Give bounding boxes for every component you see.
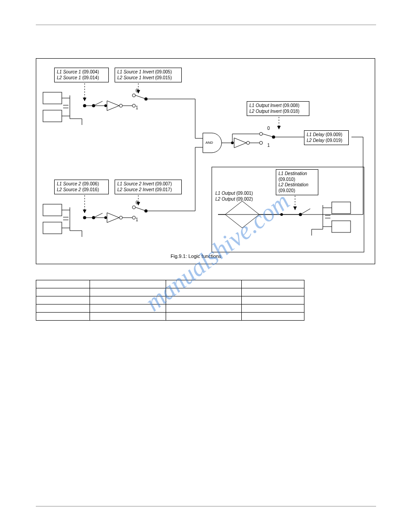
l1-source2-param: (09.006) <box>82 181 99 186</box>
l1-source1-invert-param: (09.005) <box>155 69 172 74</box>
l2-source1-param: (09.014) <box>82 75 99 80</box>
table-cell <box>36 296 90 305</box>
l2-output: L2 Output <box>215 197 235 202</box>
page-frame <box>36 25 376 25</box>
table-cell <box>166 313 242 321</box>
table-cell <box>36 288 90 296</box>
svg-rect-1 <box>43 110 62 122</box>
l2-dest: L2 Destintation <box>278 182 308 187</box>
l1-output-param: (09.001) <box>236 191 253 196</box>
diagram-svg <box>36 59 376 265</box>
table-cell <box>90 288 166 296</box>
l2-source1-invert: L2 Source 1 Invert <box>117 75 154 80</box>
table-row <box>36 296 304 305</box>
l2-source2-invert: L2 Source 2 Invert <box>117 187 154 192</box>
l2-source1-invert-param: (09.015) <box>155 75 172 80</box>
and-gate-label: AND <box>206 141 213 145</box>
l2-output-param: (09.002) <box>236 197 253 202</box>
svg-point-54 <box>260 142 263 145</box>
l1-source2-invert-param: (09.007) <box>155 181 172 186</box>
logic-diagram: L1 Source 1 (09.004) L2 Source 1 (09.014… <box>36 58 375 264</box>
output-label: L1 Output (09.001) L2 Output (09.002) <box>215 191 253 202</box>
svg-point-14 <box>120 104 123 107</box>
table-cell <box>166 288 242 296</box>
svg-line-44 <box>136 207 146 211</box>
table-row <box>36 288 304 296</box>
table-row <box>36 305 304 313</box>
svg-line-36 <box>94 213 103 218</box>
zero-label-1: 0 <box>136 88 138 93</box>
l1-source1-invert: L1 Source 1 Invert <box>117 69 154 74</box>
source2-invert-label-box: L1 Source 2 Invert (09.007) L2 Source 2 … <box>115 180 182 194</box>
table-cell <box>166 296 242 305</box>
l1-source1: L1 Source 1 <box>57 69 81 74</box>
top-rule <box>36 25 376 25</box>
table-cell <box>36 305 90 313</box>
table-cell <box>242 280 304 288</box>
svg-marker-7 <box>83 98 86 101</box>
l1-output-invert: L1 Output Invert <box>249 103 282 108</box>
one-label-3: 1 <box>267 143 270 148</box>
table-row <box>36 313 304 321</box>
source1-invert-label-box: L1 Source 1 Invert (09.005) L2 Source 1 … <box>115 68 182 82</box>
dest-label-box: L1 Destination(09.010) L2 Destintation(0… <box>276 169 318 195</box>
table-cell <box>36 313 90 321</box>
svg-point-38 <box>104 216 107 219</box>
zero-label-3: 0 <box>267 126 270 131</box>
source1-label-box: L1 Source 1 (09.004) L2 Source 1 (09.014… <box>54 68 109 82</box>
table-cell <box>166 305 242 313</box>
svg-rect-0 <box>43 92 62 104</box>
l1-output: L1 Output <box>215 191 235 196</box>
table-cell <box>242 296 304 305</box>
svg-point-52 <box>247 142 250 145</box>
svg-point-17 <box>133 94 136 97</box>
l2-source1: L2 Source 1 <box>57 75 81 80</box>
l2-source2: L2 Source 2 <box>57 187 81 192</box>
delay-label-box: L1 Delay (09.009) L2 Delay (09.019) <box>304 130 349 145</box>
svg-point-42 <box>133 206 136 209</box>
table-row <box>36 280 304 288</box>
l1-delay-param: (09.009) <box>325 132 342 137</box>
table-cell <box>242 313 304 321</box>
bottom-rule <box>36 506 376 506</box>
l2-dest-param: (09.020) <box>278 188 295 193</box>
svg-point-39 <box>120 216 123 219</box>
table-cell <box>90 313 166 321</box>
table-cell <box>166 280 242 288</box>
output-invert-label-box: L1 Output Invert (09.008) L2 Output Inve… <box>247 101 309 116</box>
one-label-2: 1 <box>136 217 138 222</box>
svg-line-69 <box>300 209 310 215</box>
zero-label-2: 0 <box>136 200 138 205</box>
svg-line-11 <box>94 101 103 106</box>
svg-line-57 <box>263 134 274 137</box>
l2-output-invert-param: (09.018) <box>283 109 300 114</box>
l1-dest-param: (09.010) <box>278 177 295 182</box>
l1-source2-invert: L1 Source 2 Invert <box>117 181 154 186</box>
l2-output-invert: L2 Output Invert <box>249 109 282 114</box>
svg-point-41 <box>133 216 136 219</box>
table-cell <box>242 305 304 313</box>
l1-source1-param: (09.004) <box>82 69 99 74</box>
svg-point-16 <box>133 104 136 107</box>
table-cell <box>90 280 166 288</box>
l1-source2: L1 Source 2 <box>57 181 81 186</box>
svg-point-55 <box>260 133 263 136</box>
table-cell <box>90 305 166 313</box>
table-cell <box>90 296 166 305</box>
svg-point-13 <box>104 104 107 107</box>
l2-source2-invert-param: (09.017) <box>155 187 172 192</box>
svg-line-19 <box>136 95 146 99</box>
l2-delay-param: (09.019) <box>325 138 342 143</box>
svg-marker-71 <box>293 206 297 210</box>
table-cell <box>36 280 90 288</box>
svg-rect-72 <box>332 202 351 214</box>
l2-delay: L2 Delay <box>307 138 324 143</box>
one-label-1: 1 <box>136 105 138 110</box>
svg-rect-26 <box>43 222 62 234</box>
source2-label-box: L1 Source 2 (09.006) L2 Source 2 (09.016… <box>54 180 109 194</box>
parameter-table <box>36 280 304 321</box>
figure-caption: Fig.9.1: Logic functions <box>171 253 221 259</box>
l1-dest: L1 Destination <box>278 171 307 176</box>
svg-rect-25 <box>43 204 62 216</box>
l1-delay: L1 Delay <box>307 132 324 137</box>
